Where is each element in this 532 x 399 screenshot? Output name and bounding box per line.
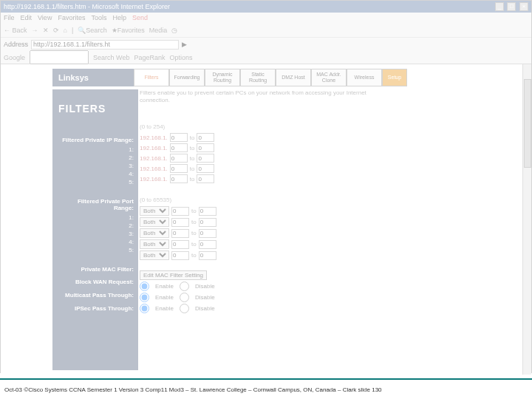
window-title: http://192.168.1.1/filters.htm - Microso… — [4, 3, 170, 10]
menu-help[interactable]: Help — [112, 14, 126, 21]
port-row-3: Bothto — [140, 228, 420, 238]
sidebar: FILTERS Filtered Private IP Range: 1: 2:… — [52, 89, 138, 370]
ip-row-5: 192.168.1.to — [140, 174, 420, 183]
scroll-thumb[interactable] — [524, 79, 531, 168]
port2-from[interactable] — [171, 218, 189, 227]
port-row-1: Bothto — [140, 206, 420, 216]
port4-from[interactable] — [171, 240, 189, 249]
window-controls: _ □ × — [494, 2, 528, 11]
sidebar-title: FILTERS — [52, 89, 138, 117]
ip5-to[interactable] — [197, 174, 214, 183]
port5-to[interactable] — [199, 251, 216, 260]
port-range-note: (0 to 65535) — [140, 197, 420, 203]
ip1-to[interactable] — [197, 133, 214, 142]
port-row-4: Bothto — [140, 239, 420, 249]
port1-from[interactable] — [171, 207, 189, 216]
menu-bar: File Edit View Favorites Tools Help Send — [1, 13, 531, 23]
google-label: Google — [4, 54, 25, 61]
multicast-enable[interactable] — [140, 293, 149, 302]
ipsec-label: IPSec Pass Through: — [52, 301, 138, 314]
title-bar: http://192.168.1.1/filters.htm - Microso… — [1, 1, 531, 13]
proto1[interactable]: Both — [140, 206, 169, 216]
brand-header: Linksys — [52, 69, 134, 86]
tab-setup[interactable]: Setup — [382, 69, 407, 86]
maximize-button[interactable]: □ — [507, 2, 516, 11]
menu-favorites[interactable]: Favorites — [58, 14, 85, 21]
multicast-radios: EnableDisable — [140, 293, 420, 302]
history-button[interactable]: ◷ — [171, 27, 177, 34]
ipsec-disable[interactable] — [180, 304, 189, 313]
wan-disable[interactable] — [180, 282, 189, 291]
slide-footer: Oct-03 ©Cisco Systems CCNA Semester 1 Ve… — [0, 378, 532, 399]
vertical-scrollbar[interactable] — [522, 64, 531, 375]
tab-static-routing[interactable]: Static Routing — [240, 69, 276, 86]
intro-text: Filters enable you to prevent certain PC… — [140, 89, 376, 105]
menu-file[interactable]: File — [4, 14, 15, 21]
proto5[interactable]: Both — [140, 250, 169, 260]
ip1-from[interactable] — [170, 133, 188, 142]
ip-row-1: 192.168.1.to — [140, 133, 420, 142]
tab-wireless[interactable]: Wireless — [347, 69, 382, 86]
port3-to[interactable] — [199, 229, 216, 238]
tab-filters[interactable]: Filters — [134, 69, 169, 86]
pagerank-indicator: PageRank — [134, 54, 165, 61]
port2-to[interactable] — [199, 218, 216, 227]
port3-from[interactable] — [171, 229, 189, 238]
ip-range-note: (0 to 254) — [140, 123, 420, 130]
ip-section-label: Filtered Private IP Range: — [52, 132, 138, 146]
minimize-button[interactable]: _ — [495, 2, 504, 11]
wan-enable[interactable] — [140, 282, 149, 291]
menu-edit[interactable]: Edit — [21, 14, 33, 21]
port5-from[interactable] — [171, 251, 189, 260]
address-label: Address — [4, 41, 28, 48]
address-input[interactable] — [31, 40, 179, 50]
proto2[interactable]: Both — [140, 217, 169, 227]
send-button[interactable]: Send — [132, 14, 148, 21]
ip3-from[interactable] — [170, 154, 188, 163]
menu-view[interactable]: View — [38, 14, 52, 21]
footer-text: Oct-03 ©Cisco Systems CCNA Semester 1 Ve… — [4, 386, 382, 393]
ip4-to[interactable] — [197, 164, 214, 173]
tab-dynamic-routing[interactable]: Dynamic Routing — [205, 69, 240, 86]
port-row-5: Bothto — [140, 250, 420, 260]
menu-tools[interactable]: Tools — [91, 14, 106, 21]
ip3-to[interactable] — [197, 154, 214, 163]
ipsec-radios: EnableDisable — [140, 304, 420, 313]
close-button[interactable]: × — [519, 2, 528, 11]
forward-button[interactable]: → — [32, 27, 38, 34]
options-button[interactable]: Options — [169, 54, 192, 61]
form-area: (0 to 254) 192.168.1.to 192.168.1.to 192… — [140, 123, 420, 315]
tab-mac-clone[interactable]: MAC Addr. Clone — [311, 69, 347, 86]
tab-dmz-host[interactable]: DMZ Host — [276, 69, 311, 86]
ip4-from[interactable] — [170, 164, 188, 173]
mac-filter-label: Private MAC Filter: — [52, 262, 138, 275]
ip5-from[interactable] — [170, 174, 188, 183]
back-button[interactable]: ← Back — [4, 27, 27, 34]
ip2-from[interactable] — [170, 143, 188, 152]
ip-row-3: 192.168.1.to — [140, 154, 420, 163]
proto3[interactable]: Both — [140, 228, 169, 238]
favorites-button[interactable]: ★Favorites — [112, 27, 145, 34]
proto4[interactable]: Both — [140, 239, 169, 249]
refresh-button[interactable]: ⟳ — [53, 27, 59, 34]
google-search-input[interactable] — [30, 50, 89, 64]
search-button[interactable]: 🔍Search — [78, 27, 107, 34]
ipsec-enable[interactable] — [140, 304, 149, 313]
multicast-disable[interactable] — [180, 293, 189, 302]
media-button[interactable]: Media — [149, 27, 168, 34]
search-web-button[interactable]: Search Web — [93, 54, 129, 61]
port4-to[interactable] — [199, 240, 216, 249]
port1-to[interactable] — [199, 207, 216, 216]
mac-filter-button[interactable]: Edit MAC Filter Setting — [140, 270, 207, 280]
tab-forwarding[interactable]: Forwarding — [169, 69, 205, 86]
wan-label: Block WAN Request: — [52, 274, 138, 287]
google-toolbar: Google Search Web PageRank Options — [1, 51, 531, 64]
port-row-2: Bothto — [140, 217, 420, 227]
router-tabs: Filters Forwarding Dynamic Routing Stati… — [134, 69, 407, 86]
stop-button[interactable]: ✕ — [43, 27, 49, 34]
multicast-label: Multicast Pass Through: — [52, 287, 138, 301]
ip2-to[interactable] — [197, 143, 214, 152]
go-button[interactable]: ▶ — [182, 41, 187, 48]
home-button[interactable]: ⌂ — [64, 27, 67, 34]
ip-row-2: 192.168.1.to — [140, 143, 420, 152]
